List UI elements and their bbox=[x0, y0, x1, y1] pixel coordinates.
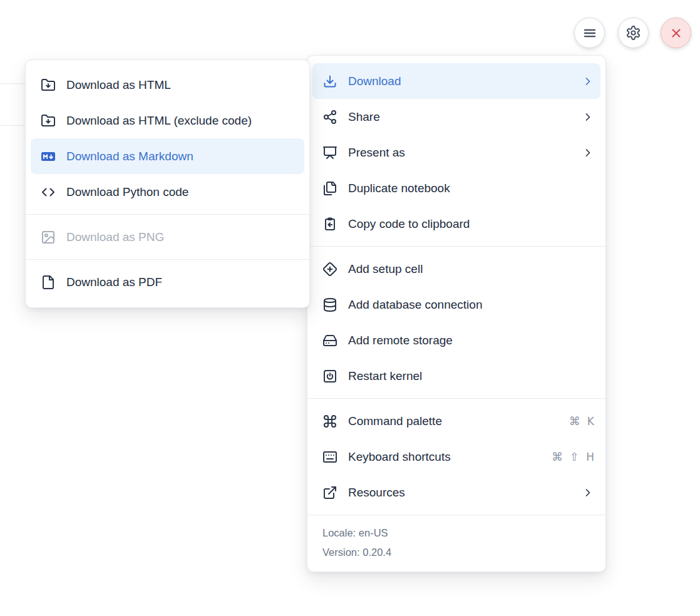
menu-item-restart-kernel[interactable]: Restart kernel bbox=[307, 358, 605, 394]
menu-footer: Locale: en-US Version: 0.20.4 bbox=[307, 515, 605, 572]
menu-item-download[interactable]: Download bbox=[312, 63, 600, 99]
external-link-icon bbox=[322, 485, 337, 500]
settings-button[interactable] bbox=[618, 18, 649, 48]
shortcut-key: ⌘ bbox=[552, 450, 563, 463]
menu-item-add-database-connection[interactable]: Add database connection bbox=[307, 287, 605, 322]
menu-item-add-setup-cell[interactable]: Add setup cell bbox=[307, 251, 605, 287]
menu-item-label: Resources bbox=[348, 486, 571, 500]
chevron-right-icon bbox=[582, 111, 594, 123]
shortcut: ⌘ ⇧ H bbox=[552, 450, 594, 463]
menu-item-add-remote-storage[interactable]: Add remote storage bbox=[307, 322, 605, 358]
menu-item-label: Duplicate notebook bbox=[348, 182, 594, 195]
menu-item-label: Download as PNG bbox=[66, 230, 298, 244]
menu-item-share[interactable]: Share bbox=[307, 99, 605, 135]
menu-item-label: Copy code to clipboard bbox=[348, 217, 594, 231]
menu-item-label: Download as HTML bbox=[66, 78, 298, 92]
folder-down-icon bbox=[41, 78, 56, 93]
close-icon bbox=[669, 26, 684, 41]
submenu-item-download-pdf[interactable]: Download as PDF bbox=[26, 264, 309, 300]
locale-text: Locale: en-US bbox=[322, 523, 590, 543]
background-cell-border bbox=[0, 83, 26, 84]
submenu-item-download-markdown[interactable]: Download as Markdown bbox=[31, 138, 304, 174]
submenu-item-download-html-exclude-code[interactable]: Download as HTML (exclude code) bbox=[26, 103, 309, 138]
submenu-item-download-html[interactable]: Download as HTML bbox=[26, 67, 309, 103]
version-text: Version: 0.20.4 bbox=[322, 543, 590, 562]
hard-drive-icon bbox=[322, 333, 337, 348]
menu-item-resources[interactable]: Resources bbox=[307, 475, 605, 510]
menu-item-label: Keyboard shortcuts bbox=[348, 450, 541, 464]
folder-down-icon bbox=[41, 113, 56, 128]
menu-separator bbox=[307, 246, 605, 247]
menu-item-label: Add database connection bbox=[348, 298, 594, 312]
menu-item-label: Restart kernel bbox=[348, 369, 594, 383]
image-icon bbox=[41, 230, 56, 245]
menu-item-label: Download Python code bbox=[66, 185, 298, 199]
share-icon bbox=[322, 110, 337, 125]
shortcut-key: ⌘ bbox=[569, 414, 580, 428]
menu-item-label: Download as PDF bbox=[66, 275, 298, 289]
notebook-menu-panel: Download Share Present as Duplicate note… bbox=[307, 55, 606, 572]
keyboard-icon bbox=[322, 449, 337, 465]
menu-item-label: Download bbox=[348, 74, 571, 88]
chevron-right-icon bbox=[582, 486, 594, 499]
menu-item-keyboard-shortcuts[interactable]: Keyboard shortcuts ⌘ ⇧ H bbox=[307, 439, 605, 475]
menu-item-label: Download as HTML (exclude code) bbox=[66, 114, 298, 128]
download-submenu-panel: Download as HTML Download as HTML (exclu… bbox=[25, 59, 310, 308]
menu-item-label: Add setup cell bbox=[348, 262, 594, 276]
menu-separator bbox=[307, 398, 605, 399]
notebook-menu-button[interactable] bbox=[574, 18, 605, 48]
menu-item-label: Present as bbox=[348, 146, 571, 160]
menu-item-copy-code[interactable]: Copy code to clipboard bbox=[307, 206, 605, 242]
clipboard-copy-icon bbox=[322, 217, 337, 232]
background-cell-border bbox=[0, 125, 26, 126]
menu-item-label: Share bbox=[348, 110, 571, 124]
menu-item-command-palette[interactable]: Command palette ⌘ K bbox=[307, 403, 605, 439]
menu-item-label: Command palette bbox=[348, 414, 558, 428]
square-power-icon bbox=[322, 369, 337, 384]
shortcut-key: ⇧ bbox=[570, 450, 579, 463]
database-icon bbox=[322, 297, 337, 312]
gear-icon bbox=[625, 25, 641, 41]
download-icon bbox=[322, 74, 337, 89]
shortcut-key: K bbox=[587, 415, 594, 428]
duplicate-icon bbox=[322, 181, 337, 196]
diamond-plus-icon bbox=[322, 262, 337, 277]
command-icon bbox=[322, 414, 337, 429]
menu-separator bbox=[26, 214, 309, 215]
chevron-right-icon bbox=[582, 75, 594, 88]
shortcut-key: H bbox=[586, 451, 594, 463]
file-icon bbox=[41, 275, 56, 290]
close-button[interactable] bbox=[661, 18, 691, 48]
chevron-right-icon bbox=[582, 146, 594, 159]
code-icon bbox=[41, 185, 56, 200]
submenu-item-download-python-code[interactable]: Download Python code bbox=[26, 174, 309, 210]
submenu-item-download-png: Download as PNG bbox=[26, 219, 309, 255]
markdown-icon bbox=[41, 149, 56, 164]
hamburger-icon bbox=[582, 25, 598, 41]
menu-item-duplicate-notebook[interactable]: Duplicate notebook bbox=[307, 170, 605, 206]
presentation-icon bbox=[322, 145, 337, 160]
shortcut: ⌘ K bbox=[569, 414, 594, 428]
menu-item-label: Download as Markdown bbox=[66, 150, 298, 163]
menu-separator bbox=[26, 259, 309, 260]
menu-item-label: Add remote storage bbox=[348, 334, 594, 347]
menu-item-present-as[interactable]: Present as bbox=[307, 135, 605, 170]
